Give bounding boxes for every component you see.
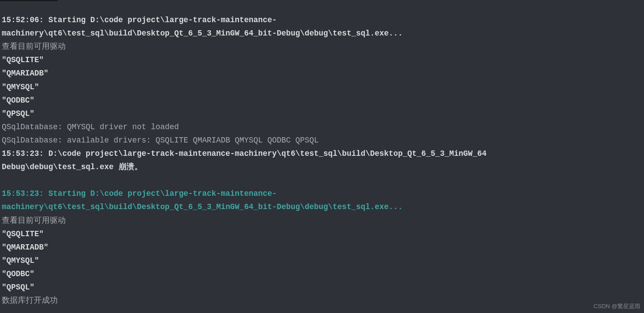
driver-line: "QSQLITE"	[2, 227, 642, 241]
driver-line: "QPSQL"	[2, 107, 642, 120]
output-line: 查看目前可用驱动	[2, 40, 642, 53]
driver-line: "QMARIADB"	[2, 241, 642, 254]
driver-line: "QSQLITE"	[2, 53, 642, 67]
driver-line: "QPSQL"	[2, 281, 642, 294]
start-message-line: machinery\qt6\test_sql\build\Desktop_Qt_…	[2, 27, 642, 40]
driver-line: "QMYSQL"	[2, 80, 642, 94]
start-message-line: 15:53:23: Starting D:\code project\large…	[2, 187, 642, 200]
start-message-line: machinery\qt6\test_sql\build\Desktop_Qt_…	[2, 200, 642, 214]
console-output[interactable]: 15:52:06: Starting D:\code project\large…	[0, 0, 644, 313]
crash-message-line: Debug\debug\test_sql.exe 崩溃。	[2, 160, 642, 174]
start-message-line: 15:52:06: Starting D:\code project\large…	[2, 13, 642, 27]
driver-line: "QODBC"	[2, 267, 642, 281]
error-line: QSqlDatabase: available drivers: QSQLITE…	[2, 134, 642, 147]
driver-line: "QODBC"	[2, 94, 642, 107]
error-line: QSqlDatabase: QMYSQL driver not loaded	[2, 120, 642, 134]
blank-line	[2, 174, 642, 187]
success-line: 数据库打开成功	[2, 294, 642, 307]
tab-indicator	[0, 0, 58, 1]
watermark: CSDN @繁星蓝雨	[593, 301, 640, 311]
crash-message-line: 15:53:23: D:\code project\large-track-ma…	[2, 147, 642, 160]
driver-line: "QMARIADB"	[2, 67, 642, 80]
driver-line: "QMYSQL"	[2, 254, 642, 267]
output-line: 查看目前可用驱动	[2, 214, 642, 227]
